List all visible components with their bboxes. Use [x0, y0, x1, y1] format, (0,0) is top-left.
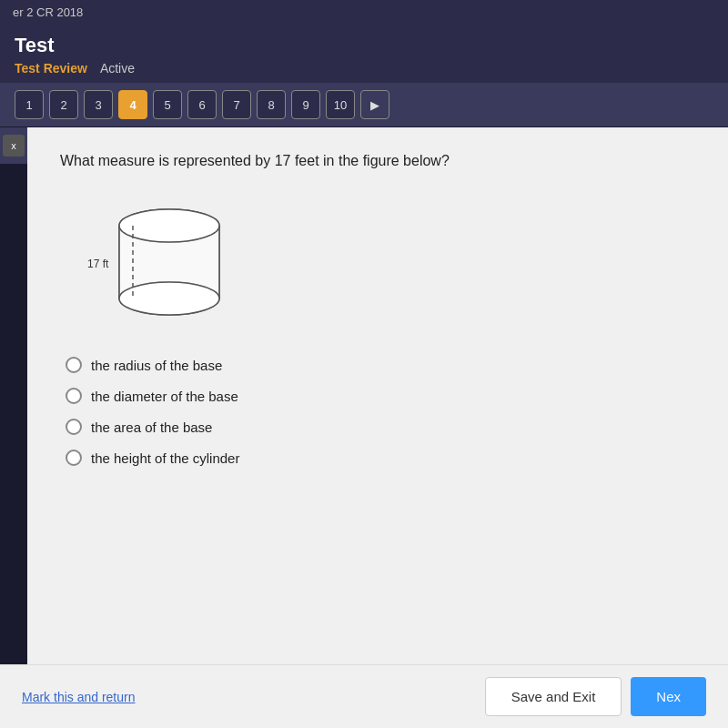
x-button[interactable]: x — [3, 135, 25, 157]
nav-btn-7[interactable]: 7 — [222, 90, 251, 119]
page-title: Test — [15, 34, 713, 57]
svg-point-6 — [119, 282, 219, 315]
header: Test Test Review Active — [0, 25, 728, 83]
radio-1[interactable] — [66, 357, 82, 373]
top-bar: er 2 CR 2018 — [0, 0, 728, 25]
active-status: Active — [100, 61, 135, 76]
option-2-label: the diameter of the base — [91, 389, 238, 404]
header-subtitle: Test Review Active — [15, 61, 713, 83]
next-button[interactable]: Nex — [631, 677, 706, 716]
question-text: What measure is represented by 17 feet i… — [60, 153, 695, 169]
top-bar-text: er 2 CR 2018 — [13, 5, 83, 19]
cylinder-svg: 17 ft — [69, 191, 233, 328]
radio-2[interactable] — [66, 388, 82, 404]
radio-4[interactable] — [66, 450, 82, 466]
answer-options: the radius of the base the diameter of t… — [66, 357, 695, 466]
option-1[interactable]: the radius of the base — [66, 357, 695, 373]
radio-3[interactable] — [66, 419, 82, 435]
nav-btn-4[interactable]: 4 — [118, 90, 147, 119]
option-1-label: the radius of the base — [91, 358, 222, 373]
nav-btn-5[interactable]: 5 — [153, 90, 182, 119]
bottom-right-buttons: Save and Exit Nex — [485, 677, 706, 716]
nav-next-arrow[interactable]: ▶ — [360, 90, 389, 119]
option-2[interactable]: the diameter of the base — [66, 388, 695, 404]
nav-btn-1[interactable]: 1 — [15, 90, 44, 119]
test-review-label: Test Review — [15, 61, 87, 76]
nav-btn-8[interactable]: 8 — [257, 90, 286, 119]
svg-text:17 ft: 17 ft — [87, 258, 109, 270]
option-3[interactable]: the area of the base — [66, 419, 695, 435]
left-sidebar: x — [0, 127, 27, 164]
nav-btn-3[interactable]: 3 — [84, 90, 113, 119]
save-exit-button[interactable]: Save and Exit — [485, 677, 622, 716]
option-4-label: the height of the cylinder — [91, 450, 239, 466]
nav-btn-9[interactable]: 9 — [291, 90, 320, 119]
option-4[interactable]: the height of the cylinder — [66, 450, 695, 466]
svg-point-5 — [119, 209, 219, 242]
nav-btn-10[interactable]: 10 — [326, 90, 355, 119]
cylinder-figure: 17 ft — [69, 191, 695, 331]
option-3-label: the area of the base — [91, 420, 212, 435]
mark-return-link[interactable]: Mark this and return — [22, 690, 136, 704]
bottom-bar: Mark this and return Save and Exit Nex — [0, 664, 728, 728]
nav-btn-2[interactable]: 2 — [49, 90, 78, 119]
nav-btn-6[interactable]: 6 — [187, 90, 217, 119]
main-content: What measure is represented by 17 feet i… — [27, 127, 728, 664]
question-navigation: 1 2 3 4 5 6 7 8 9 10 ▶ — [0, 83, 728, 126]
